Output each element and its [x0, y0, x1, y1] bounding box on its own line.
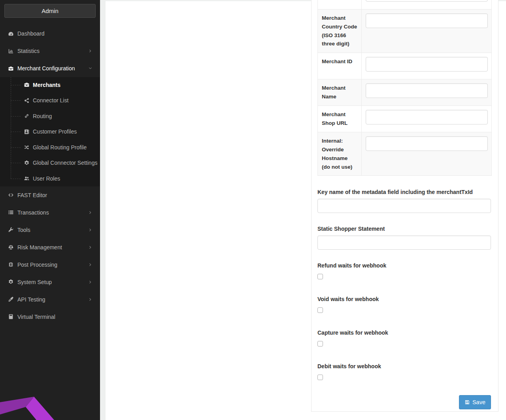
chevron-down-icon [88, 66, 93, 71]
sidebar-item-label: User Roles [33, 175, 60, 182]
table-row-field [362, 53, 492, 79]
sidebar-item-label: System Setup [17, 279, 52, 285]
sidebar-nav: DashboardStatisticsMerchant Configuratio… [0, 25, 100, 326]
table-row-label: Merchant Country Code (ISO 3166 three di… [318, 9, 362, 53]
chevron-right-icon [88, 262, 93, 267]
table-row-field [362, 9, 492, 53]
table-row-label: Merchant Shop URL [318, 106, 362, 132]
sidebar-item-dashboard[interactable]: Dashboard [0, 25, 100, 42]
sidebar-item-label: Virtual Terminal [17, 314, 55, 320]
table-row-label: Internal: Override Hostname (do not use) [318, 132, 362, 176]
sidebar-item-label: Customer Profiles [33, 128, 77, 135]
sidebar-item-virtual-terminal[interactable]: Virtual Terminal [0, 308, 100, 326]
form-group-debit-waits-for-webhook: Debit waits for webhook [317, 363, 491, 380]
chevron-right-icon [88, 297, 93, 301]
form-field-stack: Key name of the metadata field including… [317, 189, 491, 380]
chevron-right-icon [88, 245, 93, 249]
merchant-shop-url-input[interactable] [366, 110, 488, 124]
briefcase-icon [7, 66, 14, 72]
gauge-icon [7, 31, 14, 37]
balance-scale-icon [7, 244, 14, 250]
share-icon [23, 98, 30, 104]
form-group-static-shopper-statement: Static Shopper Statement [317, 226, 491, 250]
sidebar-item-merchant-configuration[interactable]: Merchant Configuration [0, 60, 100, 77]
sidebar-item-label: Global Connector Settings [33, 160, 97, 166]
bar-chart-icon [7, 48, 14, 54]
table-row [318, 0, 492, 9]
field-label: Debit waits for webhook [317, 363, 491, 370]
table-row-label: Merchant ID [318, 53, 362, 79]
chevron-right-icon [88, 280, 93, 284]
field-label: Static Shopper Statement [317, 226, 491, 232]
eyedropper-icon [7, 296, 14, 302]
sidebar-item-transactions[interactable]: Transactions [0, 204, 100, 221]
sidebar-item-label: Connector List [33, 97, 68, 104]
sidebar-submenu: MerchantsConnector ListRoutingCustomer P… [0, 77, 100, 186]
field-label: Refund waits for webhook [317, 262, 491, 269]
sidebar-item-label: Tools [17, 227, 30, 233]
sidebar-item-system-setup[interactable]: System Setup [0, 273, 100, 291]
sidebar-item-label: FAST Editor [17, 192, 47, 198]
table-row: Merchant Name [318, 79, 492, 106]
sidebar-header[interactable]: Admin [4, 4, 96, 18]
capture-waits-for-webhook-checkbox[interactable] [317, 341, 323, 347]
table-row-field [362, 79, 492, 106]
debit-waits-for-webhook-checkbox[interactable] [317, 375, 323, 380]
sidebar-item-tools[interactable]: Tools [0, 221, 100, 239]
merchant-country-code-iso-3166-three-digit-input[interactable] [366, 13, 488, 28]
sidebar: Admin DashboardStatisticsMerchant Config… [0, 0, 100, 420]
field-label: Void waits for webhook [317, 296, 491, 303]
table-row: Merchant ID [318, 53, 492, 79]
list-icon [7, 209, 14, 215]
table-row-field [362, 132, 492, 176]
static-shopper-statement-input[interactable] [317, 235, 491, 250]
merchant-id-input[interactable] [366, 57, 488, 72]
cropped-top-input[interactable] [366, 0, 488, 2]
form-group-refund-waits-for-webhook: Refund waits for webhook [317, 262, 491, 279]
field-label: Capture waits for webhook [317, 330, 491, 336]
internal-override-hostname-do-not-use-input[interactable] [366, 136, 488, 151]
save-row: Save [317, 395, 491, 409]
briefcase-icon [23, 82, 30, 88]
save-button-label: Save [472, 399, 485, 405]
sidebar-item-label: Transactions [17, 209, 49, 216]
sidebar-item-connector-list[interactable]: Connector List [0, 93, 100, 109]
table-row-label: Merchant Name [318, 79, 362, 106]
form-group-void-waits-for-webhook: Void waits for webhook [317, 296, 491, 313]
sidebar-item-api-testing[interactable]: API Testing [0, 291, 100, 308]
sidebar-item-global-routing-profile[interactable]: Global Routing Profile [0, 139, 100, 155]
merchant-name-input[interactable] [366, 83, 488, 98]
merchant-settings-table: Merchant Country Code (ISO 3166 three di… [317, 0, 492, 176]
sidebar-item-label: Merchants [33, 82, 60, 88]
sidebar-item-post-processing[interactable]: Post Processing [0, 256, 100, 273]
refund-waits-for-webhook-checkbox[interactable] [317, 274, 323, 279]
sidebar-item-global-connector-settings[interactable]: Global Connector Settings [0, 155, 100, 171]
key-name-of-the-metadata-field-including-the-merchanttxid-input[interactable] [317, 199, 491, 213]
sidebar-item-risk-management[interactable]: Risk Management [0, 239, 100, 256]
users-icon [23, 175, 30, 181]
sidebar-item-label: API Testing [17, 296, 45, 303]
sidebar-item-label: Post Processing [17, 262, 57, 268]
sidebar-item-label: Risk Management [17, 244, 62, 250]
chevron-right-icon [88, 49, 93, 53]
form-group-capture-waits-for-webhook: Capture waits for webhook [317, 330, 491, 347]
sidebar-item-routing[interactable]: Routing [0, 108, 100, 124]
merchant-form-panel: Merchant Country Code (ISO 3166 three di… [311, 0, 498, 412]
gear-icon [23, 160, 30, 166]
calculator-icon [7, 314, 14, 320]
sidebar-item-fast-editor[interactable]: FAST Editor [0, 186, 100, 204]
form-group-key-name-of-the-metadata-field-including-the-merchanttxid: Key name of the metadata field including… [317, 189, 491, 213]
sidebar-item-merchants[interactable]: Merchants [0, 77, 100, 93]
sidebar-item-label: Statistics [17, 48, 40, 54]
code-icon [7, 192, 14, 198]
sidebar-item-label: Merchant Configuration [17, 65, 75, 72]
sidebar-item-user-roles[interactable]: User Roles [0, 171, 100, 186]
gear-icon [7, 279, 14, 285]
sidebar-item-statistics[interactable]: Statistics [0, 42, 100, 60]
sidebar-item-label: Routing [33, 113, 52, 119]
save-button[interactable]: Save [459, 395, 491, 409]
save-icon [464, 399, 470, 405]
sidebar-item-customer-profiles[interactable]: Customer Profiles [0, 124, 100, 140]
void-waits-for-webhook-checkbox[interactable] [317, 307, 323, 313]
microchip-icon [7, 262, 14, 267]
